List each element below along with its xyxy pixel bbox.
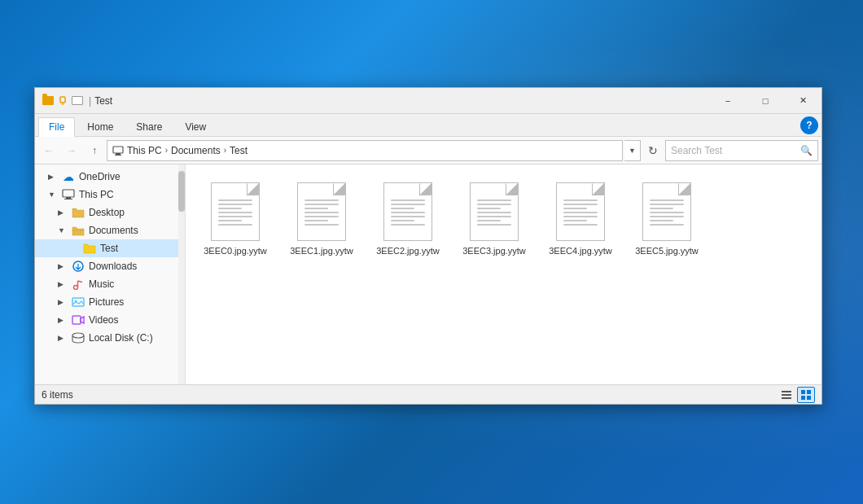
sidebar-item-localdisk[interactable]: ▶ Local Disk (C:)	[35, 329, 185, 347]
file-label: 3EEC3.jpg.yytw	[462, 246, 526, 256]
up-button[interactable]: ↑	[84, 140, 105, 161]
svg-rect-0	[60, 97, 65, 103]
sidebar-label-pictures: Pictures	[89, 296, 124, 308]
svg-line-11	[78, 281, 83, 283]
file-icon	[642, 182, 691, 241]
address-bar: ← → ↑ This PC › Documents › Test ▼ ↻ Sea…	[35, 137, 821, 164]
sidebar-item-documents[interactable]: ▼ Documents	[35, 221, 185, 239]
expand-arrow-videos: ▶	[58, 316, 71, 324]
file-icon	[556, 182, 605, 241]
close-button[interactable]: ✕	[784, 88, 821, 114]
sidebar-label-music: Music	[89, 278, 114, 290]
maximize-button[interactable]: □	[747, 88, 784, 114]
path-thispc: This PC	[127, 145, 162, 156]
sidebar-label-desktop: Desktop	[89, 207, 125, 218]
file-label: 3EEC0.jpg.yytw	[204, 246, 267, 256]
details-view-button[interactable]	[778, 387, 795, 403]
search-text: Search Test	[671, 145, 722, 156]
file-icon	[297, 182, 346, 241]
sidebar-item-desktop[interactable]: ▶ Desktop	[35, 204, 185, 221]
svg-rect-22	[807, 396, 811, 400]
minimize-button[interactable]: −	[709, 88, 747, 114]
tab-view[interactable]: View	[174, 117, 217, 136]
ribbon-tabs: File Home Share View ?	[35, 114, 821, 137]
tab-home[interactable]: Home	[77, 117, 124, 136]
address-path[interactable]: This PC › Documents › Test	[107, 140, 623, 161]
sidebar-label-downloads: Downloads	[89, 261, 137, 272]
file-item[interactable]: 3EEC1.jpg.yytw	[285, 177, 358, 261]
sidebar-item-pictures[interactable]: ▶ Pictures	[35, 293, 185, 311]
computer-icon	[61, 188, 76, 201]
sidebar-label-thispc: This PC	[79, 189, 114, 200]
music-icon	[71, 278, 85, 291]
sidebar-label-documents: Documents	[89, 225, 138, 236]
sidebar-item-test[interactable]: Test	[35, 239, 185, 257]
onedrive-icon: ☁	[61, 170, 76, 183]
main-area: ▶ ☁ OneDrive ▼ This PC ▶ Desktop	[35, 164, 821, 384]
svg-rect-2	[113, 147, 123, 153]
sidebar-item-videos[interactable]: ▶ Videos	[35, 311, 185, 329]
sidebar-label-localdisk: Local Disk (C:)	[89, 332, 153, 344]
file-item[interactable]: 3EEC4.jpg.yytw	[544, 177, 617, 261]
file-item[interactable]: 3EEC5.jpg.yytw	[630, 177, 703, 261]
file-item[interactable]: 3EEC3.jpg.yytw	[458, 177, 531, 261]
item-count: 6 items	[42, 389, 73, 401]
sidebar-label-test: Test	[100, 243, 118, 254]
pictures-icon	[71, 296, 85, 309]
path-sep2: ›	[224, 146, 226, 155]
explorer-window: | Test − □ ✕ File Home Share View ? ← → …	[34, 87, 822, 405]
svg-rect-5	[63, 190, 74, 197]
svg-rect-19	[801, 390, 805, 394]
tab-file[interactable]: File	[38, 117, 75, 137]
pin-icon	[56, 94, 69, 107]
sidebar-item-onedrive[interactable]: ▶ ☁ OneDrive	[35, 168, 185, 186]
title-bar-icons	[42, 94, 84, 107]
back-button[interactable]: ←	[38, 140, 59, 161]
help-button[interactable]: ?	[800, 116, 818, 134]
sidebar: ▶ ☁ OneDrive ▼ This PC ▶ Desktop	[35, 164, 186, 384]
expand-arrow-desktop: ▶	[58, 208, 71, 217]
refresh-button[interactable]: ↻	[642, 140, 664, 161]
file-icon	[211, 182, 260, 241]
large-icons-view-button[interactable]	[797, 387, 815, 403]
window-title: Test	[94, 95, 709, 107]
file-item[interactable]: 3EEC2.jpg.yytw	[371, 177, 445, 261]
svg-rect-7	[64, 199, 72, 199]
downloads-icon	[71, 260, 85, 273]
sidebar-label-videos: Videos	[89, 314, 118, 326]
sidebar-item-downloads[interactable]: ▶ Downloads	[35, 257, 185, 275]
svg-rect-4	[115, 155, 121, 156]
sidebar-label-onedrive: OneDrive	[79, 171, 120, 182]
svg-rect-21	[801, 396, 805, 400]
search-box[interactable]: Search Test 🔍	[665, 140, 818, 161]
file-item[interactable]: 3EEC0.jpg.yytw	[199, 177, 272, 261]
title-bar-controls: − □ ✕	[709, 88, 821, 114]
expand-arrow-music: ▶	[58, 280, 71, 288]
path-test: Test	[230, 145, 248, 156]
expand-arrow-pictures: ▶	[58, 298, 71, 306]
svg-rect-3	[116, 153, 120, 155]
svg-rect-14	[72, 316, 81, 324]
file-label: 3EEC5.jpg.yytw	[635, 246, 699, 256]
svg-rect-16	[782, 391, 791, 392]
search-icon: 🔍	[800, 145, 813, 156]
sidebar-item-music[interactable]: ▶ Music	[35, 275, 185, 293]
file-label: 3EEC4.jpg.yytw	[549, 246, 612, 256]
svg-rect-6	[66, 197, 71, 199]
tab-share[interactable]: Share	[125, 117, 173, 136]
folder-icon	[42, 94, 55, 107]
computer-path-icon	[112, 146, 124, 156]
svg-rect-17	[782, 394, 791, 396]
forward-button[interactable]: →	[61, 140, 82, 161]
address-dropdown[interactable]: ▼	[624, 140, 641, 161]
ribbon: File Home Share View ?	[35, 114, 821, 137]
svg-rect-18	[782, 397, 791, 399]
file-area: 3EEC0.jpg.yytw3EEC1.jpg.yytw3EEC2.jpg.yy…	[186, 164, 821, 384]
videos-icon	[71, 313, 85, 327]
file-label: 3EEC1.jpg.yytw	[290, 246, 353, 256]
view-controls	[778, 387, 815, 403]
desktop-folder-icon	[71, 206, 85, 219]
path-documents: Documents	[171, 145, 221, 156]
file-label: 3EEC2.jpg.yytw	[376, 246, 440, 256]
sidebar-item-thispc[interactable]: ▼ This PC	[35, 186, 185, 204]
